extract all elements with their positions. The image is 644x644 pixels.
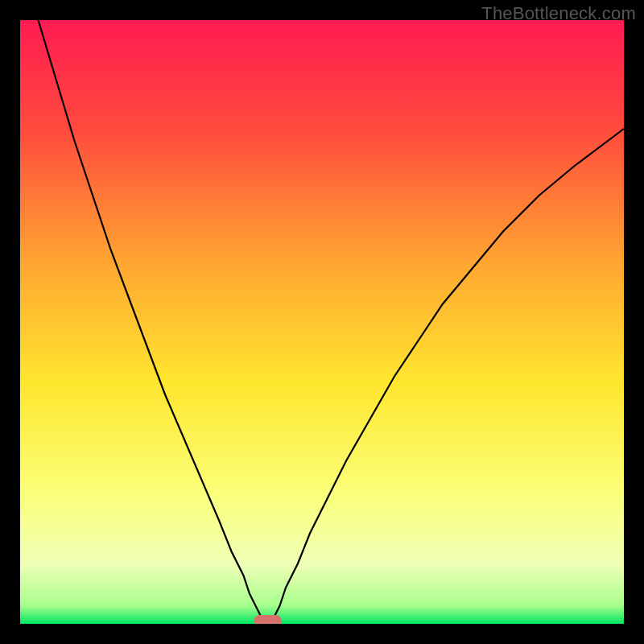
minimum-marker bbox=[254, 615, 282, 624]
gradient-background bbox=[20, 20, 624, 624]
plot-area bbox=[20, 20, 624, 624]
chart-svg bbox=[20, 20, 624, 624]
chart-frame: TheBottleneck.com bbox=[0, 0, 644, 644]
